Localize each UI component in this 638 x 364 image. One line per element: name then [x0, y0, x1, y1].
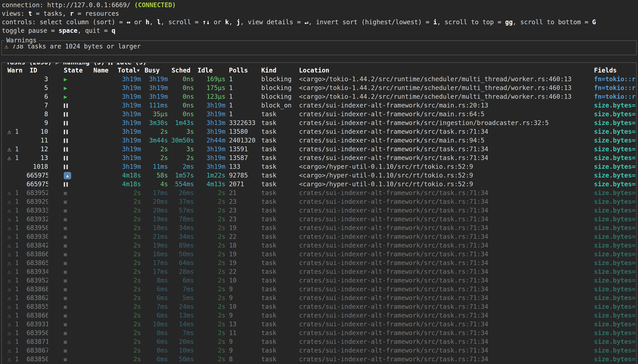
cell-sched: 0ns — [170, 75, 196, 84]
task-row[interactable]: ⚠ 16839508■2s18ms34ms2s19taskcrates/sui-… — [2, 224, 636, 232]
cell-id: 6839333 — [26, 206, 48, 215]
task-row[interactable]: ⚠ 16838428■2s19ms89ms2s18taskcrates/sui-… — [2, 241, 636, 250]
cell-fields: size.bytes= — [592, 285, 636, 294]
cell-total: 3h19m — [116, 92, 143, 101]
column-header-polls[interactable]: Polls — [227, 66, 260, 75]
completed-icon: ■ — [64, 278, 67, 284]
task-row[interactable]: 6659752▲4m18s58s1m57s1m22s92785task<carg… — [2, 171, 636, 180]
task-row[interactable]: 10183h19m11ms2ms3h19m133task<cargo>/hype… — [2, 162, 636, 171]
column-header-id[interactable]: ID — [26, 66, 48, 75]
completed-icon: ■ — [64, 242, 67, 248]
cell-id: 6 — [26, 92, 48, 101]
column-header-name[interactable]: Name — [92, 66, 116, 75]
cell-kind: task — [260, 294, 297, 302]
task-row[interactable]: ⚠ 1133h19m2s2s3h19m13587taskcrates/sui-i… — [2, 154, 636, 162]
cell-polls: 9 — [227, 294, 260, 302]
task-row[interactable]: ⚠ 16838554■2s7ms24ms2s10taskcrates/sui-i… — [2, 302, 636, 311]
cell-state: ■ — [48, 276, 92, 285]
cell-kind: task — [260, 119, 297, 127]
cell-total: 4m18s — [116, 180, 143, 188]
cell-fields: size.bytes= — [592, 145, 636, 154]
cell-state — [48, 101, 92, 110]
cell-state: ■ — [48, 197, 92, 206]
column-header-total[interactable]: Total▼ — [116, 66, 143, 75]
task-row[interactable]: ⚠ 16839509■2s8ms7ms2s11taskcrates/sui-in… — [2, 328, 636, 337]
cell-idle: 2s — [196, 276, 227, 285]
cell-location: <cargo>/tokio-1.44.2/src/runtime/schedul… — [297, 75, 592, 84]
cell-state: ▶ — [48, 75, 92, 84]
cell-idle: 1m22s — [196, 171, 227, 180]
cell-busy: 6ms — [143, 355, 170, 364]
column-label: ID — [30, 67, 37, 74]
cell-polls: 8 — [227, 355, 260, 364]
task-row[interactable]: ⚠ 16839311■2s10ms14ms2s13taskcrates/sui-… — [2, 320, 636, 328]
cell-idle: 3h19m — [196, 110, 227, 118]
task-row[interactable]: ⚠ 1103h19m2s3s3h19m13580taskcrates/sui-i… — [2, 127, 636, 136]
cell-sched: 0ns — [170, 92, 196, 101]
task-row[interactable]: ⚠ 16839333■2s20ms57ms2s23taskcrates/sui-… — [2, 206, 636, 215]
cell-total: 2s — [116, 232, 143, 241]
cell-state: ■ — [48, 302, 92, 311]
task-row[interactable]: ⚠ 16838664■2s6ms13ms2s9taskcrates/sui-in… — [2, 311, 636, 320]
completed-icon: ■ — [64, 304, 67, 310]
column-label: Location — [299, 67, 329, 74]
column-label: Fields — [594, 67, 617, 74]
task-row[interactable]: ⚠ 16839329■2s19ms78ms2s23taskcrates/sui-… — [2, 215, 636, 224]
cell-location: crates/sui-indexer-alt-framework/src/tas… — [297, 224, 592, 232]
cell-sched: 2ms — [170, 162, 196, 171]
cell-busy: 8ms — [143, 346, 170, 355]
task-row[interactable]: 113h19m3m44s30m50s2h44m2401320taskcrates… — [2, 136, 636, 145]
task-row[interactable]: ⚠ 16839301■2s21ms34ms2s22taskcrates/sui-… — [2, 232, 636, 241]
cell-sched: 64ms — [170, 259, 196, 267]
task-row[interactable]: 83h19m35µs0ns3h19m1taskcrates/sui-indexe… — [2, 110, 636, 118]
cell-fields: size.bytes= — [592, 346, 636, 355]
cell-polls: 13580 — [227, 128, 260, 136]
column-header-location[interactable]: Location — [297, 66, 592, 75]
text-segment: ↔ — [126, 18, 130, 26]
task-row[interactable]: ⚠ 16838661■2s16ms50ms2s19taskcrates/sui-… — [2, 250, 636, 258]
task-row[interactable]: 3▶3h19m3h19m0ns169µs1blocking<cargo>/tok… — [2, 75, 636, 84]
cell-busy: 3h19m — [143, 92, 170, 101]
task-row[interactable]: 6▶3h19m3h19m0ns123µs1blocking<cargo>/tok… — [2, 92, 636, 101]
cell-location: crates/sui-indexer-alt-framework/src/tas… — [297, 198, 592, 206]
cell-polls: 19 — [227, 224, 260, 232]
task-row[interactable]: ⚠ 16839290■2s20ms37ms2s23taskcrates/sui-… — [2, 197, 636, 206]
task-row[interactable]: 73h19m111ms0ns3h19m1block_oncrates/sui-i… — [2, 101, 636, 110]
cell-fields: fn=tokio::r — [592, 75, 636, 84]
task-row[interactable]: ⚠ 16839344■2s17ms28ms2s22taskcrates/sui-… — [2, 267, 636, 276]
column-header-busy[interactable]: Busy — [143, 66, 170, 75]
cell-total: 3h19m — [116, 145, 143, 154]
cell-busy: 18ms — [143, 224, 170, 232]
sort-indicator-icon: ▼ — [137, 68, 140, 73]
task-row[interactable]: 93h19m3m30s1m43s3h13m3322633taskcrates/s… — [2, 118, 636, 127]
task-row[interactable]: ⚠ 16838659■2s17ms64ms2s19taskcrates/sui-… — [2, 258, 636, 267]
cell-idle: 2h44m — [196, 136, 227, 145]
cell-polls: 10 — [227, 302, 260, 311]
column-header-idle[interactable]: Idle — [196, 66, 227, 75]
cell-state — [48, 128, 92, 136]
task-row[interactable]: ⚠ 16839521■2s8ms6ms2s10taskcrates/sui-in… — [2, 276, 636, 285]
task-row[interactable]: ⚠ 16838626■2s6ms5ms2s9taskcrates/sui-ind… — [2, 294, 636, 302]
task-row[interactable]: ⚠ 16839526■2s17ms26ms2s21taskcrates/sui-… — [2, 188, 636, 197]
column-header-kind[interactable]: Kind — [260, 66, 297, 75]
cell-sched: 37ms — [170, 198, 196, 206]
column-header-warn[interactable]: Warn — [5, 66, 26, 75]
cell-busy: 3h19m — [143, 75, 170, 84]
cell-state — [48, 180, 92, 188]
column-header-fields[interactable]: Fields — [592, 66, 636, 75]
cell-sched: 50ms — [170, 250, 196, 258]
task-row[interactable]: 66597534m18s4s554ms4m13s2071task<cargo>/… — [2, 180, 636, 188]
task-row[interactable]: ⚠ 1123h19m2s3s3h19m13591taskcrates/sui-i… — [2, 145, 636, 154]
task-row[interactable]: ⚠ 16838502■2s6ms50ms2s8taskcrates/sui-in… — [2, 355, 636, 364]
task-row[interactable]: ⚠ 16838714■2s6ms20ms2s9taskcrates/sui-in… — [2, 337, 636, 346]
task-row[interactable]: 5▶3h19m3h19m0ns175µs1blocking<cargo>/tok… — [2, 84, 636, 92]
column-header-state[interactable]: State — [48, 66, 92, 75]
completed-icon: ■ — [64, 295, 67, 301]
cell-sched: 26ms — [170, 189, 196, 197]
text-segment: ↑↓ — [202, 18, 210, 26]
column-header-sched[interactable]: Sched — [170, 66, 196, 75]
task-row[interactable]: ⚠ 16838674■2s8ms10ms2s9taskcrates/sui-in… — [2, 346, 636, 355]
task-row[interactable]: ⚠ 16838684■2s6ms7ms2s9taskcrates/sui-ind… — [2, 285, 636, 294]
cell-kind: task — [260, 232, 297, 241]
cell-location: crates/sui-indexer-alt-framework/src/tas… — [297, 128, 592, 136]
